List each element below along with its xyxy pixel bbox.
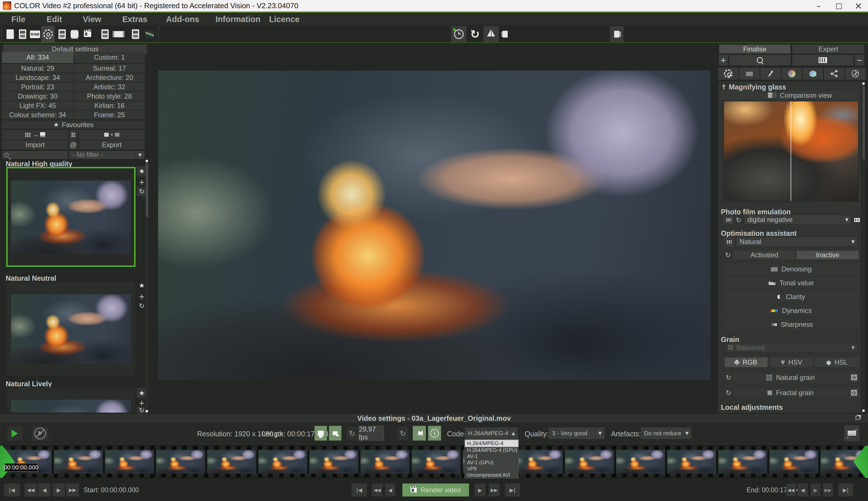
fit-smaller-button[interactable]: [500, 28, 510, 41]
grain-mode-hsl[interactable]: ●HSL: [815, 358, 859, 367]
go-start-button[interactable]: |◀: [4, 483, 20, 497]
menu-information[interactable]: Information: [215, 15, 261, 24]
codec-option[interactable]: AV-1 (GPU): [465, 459, 518, 466]
settings-button[interactable]: [41, 26, 55, 42]
category-photo-style[interactable]: Photo style: 28: [74, 92, 145, 100]
denoising-button[interactable]: Denoising: [724, 264, 858, 275]
preset1-favourite-button[interactable]: ★: [137, 166, 147, 176]
tool-lut-button[interactable]: [803, 68, 823, 79]
audio-button[interactable]: [413, 426, 426, 440]
new-project-button[interactable]: [4, 26, 17, 42]
end-ffwd-button[interactable]: ▶▶: [823, 483, 833, 497]
redo-button[interactable]: ↻: [468, 26, 482, 42]
timeline-frame[interactable]: [54, 450, 103, 473]
assistant-browse-button[interactable]: [724, 237, 734, 247]
close-button[interactable]: ×: [849, 0, 868, 11]
audio-refresh-button[interactable]: ↻: [398, 427, 408, 440]
tool-aperture-button[interactable]: [845, 68, 866, 79]
tool-optimise-button[interactable]: [718, 68, 738, 79]
timeline-frame[interactable]: [667, 450, 716, 473]
film-browse-button[interactable]: [724, 215, 733, 224]
tool-nodes-button[interactable]: [824, 68, 844, 79]
panel-scroll-handle[interactable]: [862, 86, 865, 159]
grain-mode-hsv[interactable]: ▼HSV: [770, 358, 813, 367]
codec-option[interactable]: VP9: [465, 466, 518, 472]
edit-document-button[interactable]: [56, 26, 68, 42]
timeline-frame[interactable]: [105, 450, 154, 473]
preset3-refresh-button[interactable]: ↻: [137, 407, 147, 414]
natural-grain-refresh-button[interactable]: ↻: [725, 373, 732, 382]
timeline-frame[interactable]: [718, 450, 767, 473]
maximize-button[interactable]: □: [829, 0, 849, 11]
timeline-frame[interactable]: [565, 450, 614, 473]
import-icon-button[interactable]: →: [2, 130, 68, 139]
print-button[interactable]: [68, 26, 81, 42]
minimize-button[interactable]: –: [808, 0, 829, 11]
compare-flip-button[interactable]: [483, 26, 499, 42]
natural-grain-dice-button[interactable]: ⚄: [849, 373, 859, 382]
category-artistic[interactable]: Artistic: 32: [74, 83, 145, 91]
magnifier-header[interactable]: ↑ Magnifying glass: [721, 83, 786, 91]
email-button[interactable]: @: [69, 140, 78, 149]
preset-search-button[interactable]: [69, 130, 78, 139]
preset2-favourite-button[interactable]: ★: [137, 280, 147, 291]
step-back-button[interactable]: ◀: [38, 483, 51, 497]
batch-processing-button[interactable]: [17, 26, 29, 42]
menu-view[interactable]: View: [83, 15, 101, 24]
raw-settings-button[interactable]: RAW: [29, 26, 41, 42]
category-all[interactable]: All: 334: [2, 52, 73, 63]
fps-field[interactable]: 29,97 fps: [358, 426, 384, 440]
filter-search-button[interactable]: [729, 55, 791, 65]
end-rewind-button[interactable]: ◀◀: [786, 483, 796, 497]
reload-file-button[interactable]: [99, 26, 111, 42]
category-drawings[interactable]: Drawings: 30: [2, 92, 73, 100]
menu-file[interactable]: File: [11, 15, 25, 24]
comparison-toggle[interactable]: [768, 92, 777, 98]
add-filter-button[interactable]: +: [719, 55, 728, 65]
range-skip-start-button[interactable]: |◀: [352, 483, 367, 497]
tool-grain-button[interactable]: [739, 68, 760, 79]
import-button[interactable]: Import: [2, 140, 68, 149]
filter-dropdown[interactable]: - No filter - ▼: [69, 150, 145, 159]
assistant-dropdown[interactable]: Natural ▼: [736, 237, 858, 247]
category-custom[interactable]: Custom: 1: [74, 52, 145, 63]
category-portrait[interactable]: Portrait: 23: [2, 83, 73, 91]
frame-export-button[interactable]: [844, 425, 859, 441]
favourites-button[interactable]: ★ Favourites: [2, 120, 145, 129]
activated-button[interactable]: Activated: [733, 251, 795, 259]
tool-retouch-button[interactable]: [760, 68, 781, 79]
loop-play-button[interactable]: [32, 426, 49, 440]
clarity-button[interactable]: Clarity: [724, 291, 858, 302]
category-surreal[interactable]: Surreal: 17: [74, 64, 145, 73]
grain-mode-rgb[interactable]: RGB: [725, 358, 768, 367]
fractal-grain-refresh-button[interactable]: ↻: [725, 388, 732, 398]
timeline-frame[interactable]: [361, 450, 409, 473]
category-architecture[interactable]: Architecture: 20: [74, 73, 145, 82]
history-button[interactable]: [451, 26, 467, 42]
timeline-frame[interactable]: [156, 450, 205, 473]
natural-grain-button[interactable]: Natural grain: [733, 373, 848, 382]
film-dropdown[interactable]: digital negative ▼: [744, 215, 851, 225]
menu-edit[interactable]: Edit: [46, 15, 62, 24]
export-icon-button[interactable]: +: [79, 130, 145, 139]
menu-extras[interactable]: Extras: [122, 15, 147, 24]
category-colour-scheme[interactable]: Colour scheme: 34: [2, 110, 73, 119]
artefacts-dropdown[interactable]: Do not reduce ▼: [640, 427, 692, 439]
preset3-add-button[interactable]: +: [137, 399, 147, 407]
preview-canvas[interactable]: [151, 44, 716, 413]
timeline-frame[interactable]: [258, 450, 307, 473]
remove-filter-button[interactable]: −: [855, 55, 864, 65]
codec-option-selected[interactable]: H.264/MPEG-4: [465, 440, 518, 447]
tab-expert[interactable]: Expert: [792, 45, 864, 53]
timeline[interactable]: 00:00:00.000: [0, 446, 868, 478]
preset3-favourite-button[interactable]: ★: [137, 388, 147, 398]
tool-colour-wheel-button[interactable]: [782, 68, 802, 79]
preset-list-scroll-handle[interactable]: [146, 163, 148, 217]
resize-width-button[interactable]: [314, 426, 327, 440]
sharpness-button[interactable]: Sharpness: [724, 319, 858, 330]
preset-item-selected[interactable]: [6, 167, 136, 267]
range-back-button[interactable]: ◀: [385, 483, 395, 497]
preset1-add-button[interactable]: +: [137, 178, 147, 186]
assistant-refresh-button[interactable]: ↻: [724, 251, 732, 259]
resize-height-button[interactable]: [329, 426, 341, 440]
